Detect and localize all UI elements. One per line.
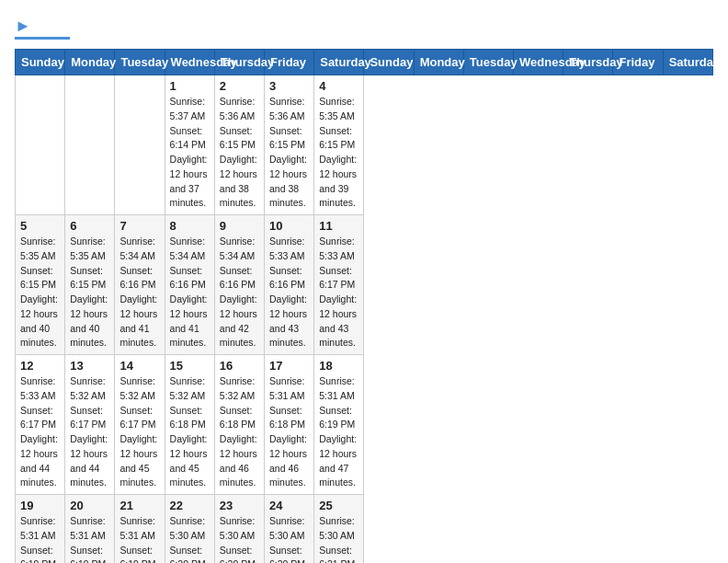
header-tuesday: Tuesday xyxy=(115,50,165,75)
day-number: 15 xyxy=(170,359,210,373)
calendar-cell: 3Sunrise: 5:36 AMSunset: 6:15 PMDaylight… xyxy=(265,75,314,215)
day-info: Sunrise: 5:31 AMSunset: 6:19 PMDaylight:… xyxy=(119,514,159,563)
calendar-cell xyxy=(115,75,165,215)
calendar-cell: 9Sunrise: 5:34 AMSunset: 6:16 PMDaylight… xyxy=(214,215,264,355)
day-info: Sunrise: 5:32 AMSunset: 6:18 PMDaylight:… xyxy=(220,374,259,490)
day-number: 8 xyxy=(170,219,210,233)
calendar-cell: 23Sunrise: 5:30 AMSunset: 6:20 PMDayligh… xyxy=(214,495,264,564)
calendar-cell: 17Sunrise: 5:31 AMSunset: 6:18 PMDayligh… xyxy=(265,355,314,495)
day-number: 4 xyxy=(319,79,358,93)
day-number: 22 xyxy=(170,499,210,512)
day-info: Sunrise: 5:33 AMSunset: 6:17 PMDaylight:… xyxy=(319,235,358,350)
calendar-header-row: SundayMondayTuesdayWednesdayThursdayFrid… xyxy=(16,50,713,75)
calendar-cell: 7Sunrise: 5:34 AMSunset: 6:16 PMDaylight… xyxy=(115,215,165,355)
day-info: Sunrise: 5:36 AMSunset: 6:15 PMDaylight:… xyxy=(269,95,309,211)
day-info: Sunrise: 5:30 AMSunset: 6:21 PMDaylight:… xyxy=(319,514,358,563)
header-sunday: Sunday xyxy=(16,50,65,75)
day-number: 23 xyxy=(220,499,259,512)
calendar-cell: 24Sunrise: 5:30 AMSunset: 6:20 PMDayligh… xyxy=(265,495,314,564)
calendar-week-row: 5Sunrise: 5:35 AMSunset: 6:15 PMDaylight… xyxy=(16,215,713,355)
calendar-cell xyxy=(65,75,115,215)
day-info: Sunrise: 5:31 AMSunset: 6:18 PMDaylight:… xyxy=(269,374,309,490)
day-number: 21 xyxy=(119,499,159,512)
day-number: 2 xyxy=(220,79,259,93)
logo-icon: ► xyxy=(15,17,31,35)
calendar-table: SundayMondayTuesdayWednesdayThursdayFrid… xyxy=(15,49,713,563)
day-info: Sunrise: 5:30 AMSunset: 6:20 PMDaylight:… xyxy=(269,514,309,563)
calendar-week-row: 19Sunrise: 5:31 AMSunset: 6:19 PMDayligh… xyxy=(16,495,713,564)
calendar-cell: 16Sunrise: 5:32 AMSunset: 6:18 PMDayligh… xyxy=(214,355,264,495)
day-info: Sunrise: 5:31 AMSunset: 6:19 PMDaylight:… xyxy=(20,514,60,563)
day-info: Sunrise: 5:35 AMSunset: 6:15 PMDaylight:… xyxy=(319,95,358,211)
day-number: 6 xyxy=(70,219,109,233)
logo: ► xyxy=(15,15,70,40)
header-saturday: Saturday xyxy=(314,50,364,75)
calendar-cell: 4Sunrise: 5:35 AMSunset: 6:15 PMDaylight… xyxy=(314,75,364,215)
calendar-week-row: 1Sunrise: 5:37 AMSunset: 6:14 PMDaylight… xyxy=(16,75,713,215)
day-number: 3 xyxy=(269,79,309,93)
day-number: 18 xyxy=(319,359,358,373)
calendar-cell: 25Sunrise: 5:30 AMSunset: 6:21 PMDayligh… xyxy=(314,495,364,564)
day-info: Sunrise: 5:37 AMSunset: 6:14 PMDaylight:… xyxy=(170,95,210,211)
calendar-cell: 10Sunrise: 5:33 AMSunset: 6:16 PMDayligh… xyxy=(265,215,314,355)
day-number: 19 xyxy=(20,499,60,512)
day-number: 24 xyxy=(269,499,309,512)
day-info: Sunrise: 5:32 AMSunset: 6:17 PMDaylight:… xyxy=(119,374,159,490)
day-number: 17 xyxy=(269,359,309,373)
day-info: Sunrise: 5:31 AMSunset: 6:19 PMDaylight:… xyxy=(319,374,358,490)
header-day-thursday: Thursday xyxy=(563,50,613,75)
calendar-cell xyxy=(16,75,65,215)
calendar-cell: 15Sunrise: 5:32 AMSunset: 6:18 PMDayligh… xyxy=(165,355,214,495)
day-info: Sunrise: 5:35 AMSunset: 6:15 PMDaylight:… xyxy=(70,235,109,350)
calendar-cell: 14Sunrise: 5:32 AMSunset: 6:17 PMDayligh… xyxy=(115,355,165,495)
day-info: Sunrise: 5:34 AMSunset: 6:16 PMDaylight:… xyxy=(119,235,159,350)
calendar-cell: 11Sunrise: 5:33 AMSunset: 6:17 PMDayligh… xyxy=(314,215,364,355)
header-day-friday: Friday xyxy=(613,50,663,75)
calendar-cell: 6Sunrise: 5:35 AMSunset: 6:15 PMDaylight… xyxy=(65,215,115,355)
day-info: Sunrise: 5:34 AMSunset: 6:16 PMDaylight:… xyxy=(220,235,259,350)
day-info: Sunrise: 5:30 AMSunset: 6:20 PMDaylight:… xyxy=(220,514,259,563)
header-day-monday: Monday xyxy=(414,50,463,75)
calendar-cell: 18Sunrise: 5:31 AMSunset: 6:19 PMDayligh… xyxy=(314,355,364,495)
day-number: 14 xyxy=(119,359,159,373)
calendar-cell: 21Sunrise: 5:31 AMSunset: 6:19 PMDayligh… xyxy=(115,495,165,564)
day-number: 5 xyxy=(20,219,60,233)
header-monday: Monday xyxy=(65,50,115,75)
calendar-cell: 1Sunrise: 5:37 AMSunset: 6:14 PMDaylight… xyxy=(165,75,214,215)
calendar-cell: 2Sunrise: 5:36 AMSunset: 6:15 PMDaylight… xyxy=(214,75,264,215)
calendar-cell: 20Sunrise: 5:31 AMSunset: 6:19 PMDayligh… xyxy=(65,495,115,564)
day-number: 10 xyxy=(269,219,309,233)
calendar-week-row: 12Sunrise: 5:33 AMSunset: 6:17 PMDayligh… xyxy=(16,355,713,495)
day-number: 9 xyxy=(220,219,259,233)
day-info: Sunrise: 5:33 AMSunset: 6:16 PMDaylight:… xyxy=(269,235,309,350)
day-info: Sunrise: 5:34 AMSunset: 6:16 PMDaylight:… xyxy=(170,235,210,350)
day-info: Sunrise: 5:32 AMSunset: 6:17 PMDaylight:… xyxy=(70,374,109,490)
calendar-cell: 5Sunrise: 5:35 AMSunset: 6:15 PMDaylight… xyxy=(16,215,65,355)
day-info: Sunrise: 5:32 AMSunset: 6:18 PMDaylight:… xyxy=(170,374,210,490)
header-day-wednesday: Wednesday xyxy=(514,50,563,75)
calendar-cell: 13Sunrise: 5:32 AMSunset: 6:17 PMDayligh… xyxy=(65,355,115,495)
day-info: Sunrise: 5:30 AMSunset: 6:20 PMDaylight:… xyxy=(170,514,210,563)
header-wednesday: Wednesday xyxy=(165,50,214,75)
calendar-cell: 22Sunrise: 5:30 AMSunset: 6:20 PMDayligh… xyxy=(165,495,214,564)
day-number: 11 xyxy=(319,219,358,233)
day-number: 7 xyxy=(119,219,159,233)
calendar-cell: 12Sunrise: 5:33 AMSunset: 6:17 PMDayligh… xyxy=(16,355,65,495)
header-day-saturday: Saturday xyxy=(663,50,712,75)
day-number: 12 xyxy=(20,359,60,373)
day-info: Sunrise: 5:35 AMSunset: 6:15 PMDaylight:… xyxy=(20,235,60,350)
day-number: 13 xyxy=(70,359,109,373)
calendar-cell: 8Sunrise: 5:34 AMSunset: 6:16 PMDaylight… xyxy=(165,215,214,355)
day-info: Sunrise: 5:31 AMSunset: 6:19 PMDaylight:… xyxy=(70,514,109,563)
calendar-cell: 19Sunrise: 5:31 AMSunset: 6:19 PMDayligh… xyxy=(16,495,65,564)
day-number: 20 xyxy=(70,499,109,512)
header-day-tuesday: Tuesday xyxy=(463,50,513,75)
page-header: ► xyxy=(15,15,713,40)
day-number: 1 xyxy=(170,79,210,93)
day-number: 25 xyxy=(319,499,358,512)
day-info: Sunrise: 5:33 AMSunset: 6:17 PMDaylight:… xyxy=(20,374,60,490)
header-thursday: Thursday xyxy=(214,50,264,75)
day-info: Sunrise: 5:36 AMSunset: 6:15 PMDaylight:… xyxy=(220,95,259,211)
day-number: 16 xyxy=(220,359,259,373)
logo-underline xyxy=(15,37,70,40)
